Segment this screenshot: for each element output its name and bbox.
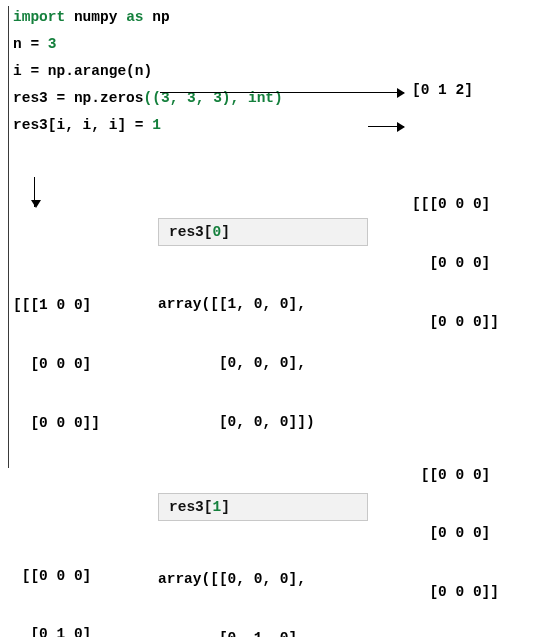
output-zeros: [[[0 0 0] [0 0 0] [0 0 0]] [[0 0 0] [0 0…: [412, 117, 537, 637]
snippet-out-1: array([[0, 0, 0], [0, 1, 0], [0, 0, 0]]): [158, 531, 398, 637]
arrow-set-output: [34, 177, 35, 207]
res3-set-block-0: [[[1 0 0] [0 0 0] [0 0 0]]: [13, 257, 109, 472]
zeros-block-1: [[0 0 0] [0 0 0] [0 0 0]]: [412, 426, 537, 637]
arrow-zeros-output: [368, 126, 404, 127]
snippet-box-1: res3[1]: [158, 493, 368, 521]
code-line-import: import numpy as np: [13, 6, 378, 33]
code-line-arange: i = np.arange(n): [13, 60, 378, 87]
output-res3-set: [[[1 0 0] [0 0 0] [0 0 0]] [[0 0 0] [0 1…: [13, 218, 109, 637]
zeros-block-0: [[[0 0 0] [0 0 0] [0 0 0]]: [412, 156, 537, 371]
snippet-res3-1: res3[1] array([[0, 0, 0], [0, 1, 0], [0,…: [158, 493, 398, 637]
snippets-area: res3[0] array([[1, 0, 0], [0, 0, 0], [0,…: [158, 218, 398, 637]
page-root: import numpy as np n = 3 i = np.arange(n…: [0, 0, 543, 637]
res3-set-block-1: [[0 0 0] [0 1 0] [0 0 0]]: [13, 527, 109, 637]
snippet-res3-0: res3[0] array([[1, 0, 0], [0, 0, 0], [0,…: [158, 218, 398, 471]
snippet-out-0: array([[1, 0, 0], [0, 0, 0], [0, 0, 0]]): [158, 256, 398, 471]
code-line-n: n = 3: [13, 33, 378, 60]
code-line-set: res3[i, i, i] = 1: [13, 114, 378, 141]
output-i: [0 1 2]: [412, 82, 473, 98]
snippet-box-0: res3[0]: [158, 218, 368, 246]
arrow-arange-output: [160, 92, 404, 93]
